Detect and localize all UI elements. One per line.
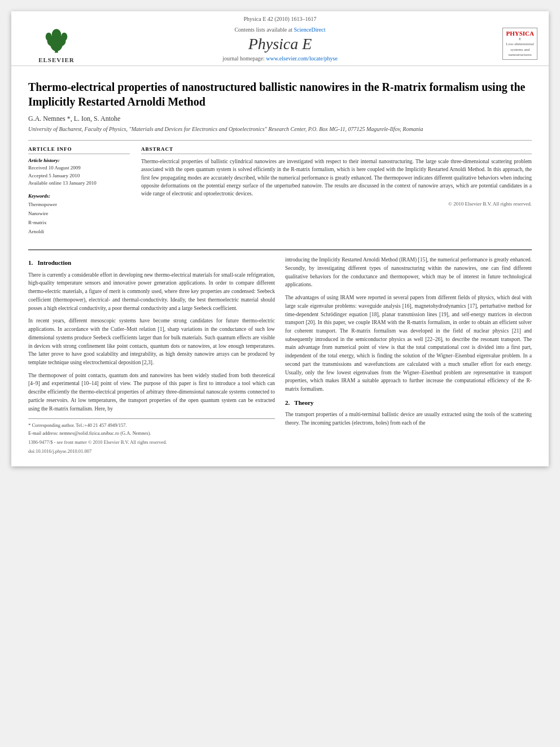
main-content: Thermo-electrical properties of nanostru… bbox=[11, 66, 549, 466]
body-section: 1. Introduction There is currently a con… bbox=[28, 250, 532, 455]
keywords-label: Keywords: bbox=[28, 193, 130, 199]
copyright: © 2010 Elsevier B.V. All rights reserved… bbox=[141, 201, 532, 207]
article-history: Article history: Received 10 August 2009… bbox=[28, 158, 130, 187]
article-title: Thermo-electrical properties of nanostru… bbox=[28, 80, 532, 109]
keyword-2: Nanowire bbox=[28, 209, 130, 218]
keyword-3: R-matrix bbox=[28, 218, 130, 227]
issn-line: 1386-9477/$ - see front matter © 2010 El… bbox=[28, 439, 275, 446]
article-keywords: Keywords: Thermopower Nanowire R-matrix … bbox=[28, 193, 130, 237]
svg-point-6 bbox=[52, 29, 62, 40]
info-abstract-section: Article Info Article history: Received 1… bbox=[28, 140, 532, 242]
physica-badge-area: PHYSICA ELow-dimensionalsystems andnanos… bbox=[470, 28, 537, 59]
abstract-text: Thermo-electrical properties of ballisti… bbox=[141, 158, 532, 198]
keywords-list: Thermopower Nanowire R-matrix Arnoldi bbox=[28, 200, 130, 237]
physica-badge: PHYSICA ELow-dimensionalsystems andnanos… bbox=[502, 28, 537, 59]
extracted-word: extracted bbox=[255, 397, 275, 403]
journal-homepage: journal homepage: www.elsevier.com/locat… bbox=[90, 55, 470, 62]
intro-para-right-2: The advantages of using IRAM were report… bbox=[285, 294, 532, 394]
keyword-4: Arnoldi bbox=[28, 227, 130, 236]
sciencedirect-link[interactable]: ScienceDirect bbox=[294, 27, 325, 33]
svg-point-5 bbox=[61, 33, 67, 41]
article-info-label: Article Info bbox=[28, 146, 130, 154]
affiliation: University of Bucharest, Faculty of Phys… bbox=[28, 125, 532, 133]
intro-para-3: The thermopower of point contacts, quant… bbox=[28, 372, 275, 413]
article-info-col: Article Info Article history: Received 1… bbox=[28, 146, 130, 242]
theory-para-1: The transport properties of a multi-term… bbox=[285, 410, 532, 427]
journal-header: Physica E 42 (2010) 1613–1617 ELSEVIER bbox=[11, 11, 549, 66]
journal-title: Physica E bbox=[90, 35, 470, 53]
abstract-col: Abstract Thermo-electrical properties of… bbox=[141, 146, 532, 242]
theory-heading: 2. Theory bbox=[285, 398, 532, 408]
elsevier-logo: ELSEVIER bbox=[23, 24, 90, 63]
footnote-area: * Corresponding author. Tel.:+40 21 457 … bbox=[28, 418, 275, 455]
footnote-email: E-mail address: nemnes@solid.fizica.unib… bbox=[28, 430, 275, 438]
intro-para-right-1: introducing the Implicitly Restarted Arn… bbox=[285, 256, 532, 289]
doi-line: doi:10.1016/j.physe.2010.01.007 bbox=[28, 448, 275, 455]
intro-para-2: In recent years, different mesoscopic sy… bbox=[28, 317, 275, 366]
keyword-1: Thermopower bbox=[28, 200, 130, 209]
history-label: Article history: bbox=[28, 158, 130, 163]
footnote-corresponding: * Corresponding author. Tel.:+40 21 457 … bbox=[28, 422, 275, 430]
authors: G.A. Nemnes *, L. Ion, S. Antohe bbox=[28, 115, 532, 123]
svg-point-4 bbox=[46, 33, 52, 41]
journal-volume: Physica E 42 (2010) 1613–1617 bbox=[23, 16, 537, 22]
body-col-right: introducing the Implicitly Restarted Arn… bbox=[285, 256, 532, 455]
intro-para-1: There is currently a considerable effort… bbox=[28, 271, 275, 313]
accepted-date: Accepted 5 January 2010 bbox=[28, 172, 130, 180]
homepage-link[interactable]: www.elsevier.com/locate/physe bbox=[266, 55, 338, 62]
journal-center: Contents lists available at ScienceDirec… bbox=[90, 27, 470, 62]
body-col-left: 1. Introduction There is currently a con… bbox=[28, 256, 275, 455]
available-date: Available online 13 January 2010 bbox=[28, 180, 130, 187]
elsevier-tree-icon bbox=[40, 24, 73, 55]
contents-line: Contents lists available at ScienceDirec… bbox=[90, 27, 470, 33]
received-date: Received 10 August 2009 bbox=[28, 164, 130, 172]
abstract-label: Abstract bbox=[141, 146, 532, 154]
elsevier-label: ELSEVIER bbox=[38, 56, 75, 63]
page: Physica E 42 (2010) 1613–1617 ELSEVIER bbox=[11, 11, 549, 466]
intro-heading: 1. Introduction bbox=[28, 258, 275, 268]
